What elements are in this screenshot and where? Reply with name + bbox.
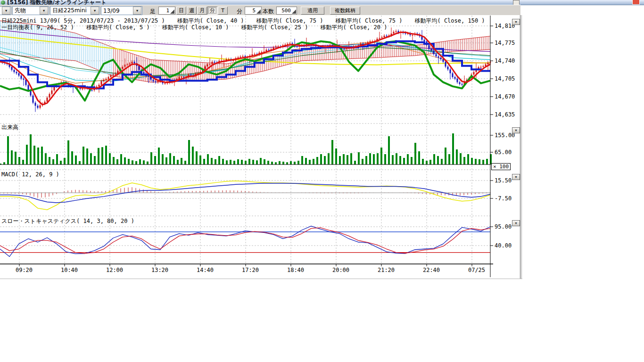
legend-item: 移動平均( Close, 25 )	[241, 24, 308, 32]
window-right-border	[520, 15, 520, 279]
minute-spinner[interactable]: 5	[245, 7, 262, 15]
time-axis-label: 09:20	[14, 267, 34, 273]
chevron-down-icon[interactable]: ▼	[133, 7, 141, 15]
price-axis-label: 14,740	[495, 58, 515, 64]
toolbar: ▼ 先物▼ 日経225mini▼ 13/09▼ 足 1 分 5 本数 500 適…	[0, 5, 520, 16]
ashi-label: 足	[150, 8, 156, 16]
period-button-2[interactable]: 週	[187, 7, 197, 15]
time-axis-label: 07/25	[466, 267, 487, 273]
symbol-combo[interactable]: 日経225mini▼	[50, 6, 100, 15]
time-axis-label: 14:40	[195, 267, 215, 273]
chevron-down-icon[interactable]: ▼	[40, 7, 48, 15]
spin-dial-icon[interactable]	[170, 9, 174, 14]
count-label: 本数	[263, 8, 274, 16]
period-button-4[interactable]: 分	[207, 7, 217, 15]
stoch-axis-label: 40.00	[495, 242, 512, 249]
ashi-spinner[interactable]: 1	[158, 7, 175, 15]
time-axis-label: 13:20	[149, 267, 170, 273]
chevron-down-icon[interactable]: ▼	[91, 7, 99, 15]
pane-settings-dropdown[interactable]: ▼	[512, 19, 520, 25]
volume-axis-label: 65.00	[495, 149, 512, 156]
price-axis-label: 14,705	[495, 75, 515, 82]
legend-item: 移動平均( Close, 5 )	[86, 24, 150, 32]
stoch-axis-label: 95.00	[495, 223, 512, 230]
time-axis-label: 10:40	[59, 267, 80, 273]
pane-settings-dropdown[interactable]: ▼	[512, 127, 520, 133]
legend-item: 移動平均( Close, 10 )	[162, 24, 229, 32]
chart-canvas[interactable]	[0, 15, 522, 279]
minute-label: 分	[237, 8, 242, 16]
time-axis-label: 12:00	[104, 267, 125, 273]
macd-axis-label: -7.50	[495, 195, 512, 202]
time-axis-label: 17:20	[240, 267, 261, 273]
macd-axis-label: 15.50	[495, 177, 512, 184]
spin-dial-icon[interactable]	[256, 9, 261, 14]
app-icon	[1, 0, 5, 5]
left-combo-fragment[interactable]: ▼	[0, 6, 11, 15]
volume-pane-label: 出来高	[1, 123, 18, 132]
spin-dial-icon[interactable]	[292, 9, 296, 14]
window-right-border	[521, 15, 522, 279]
macd-pane-label: MACD( 12, 26, 9 )	[1, 171, 59, 178]
chart-panel: 日経225mini 13/09( 5分, 2013/07/23 - 2013/0…	[0, 15, 522, 279]
pane-settings-dropdown[interactable]: ▼	[512, 220, 520, 226]
legend-item: 移動平均( Close, 150 )	[414, 17, 485, 25]
period-button-1[interactable]: 日	[176, 7, 186, 15]
price-axis-label: 14,670	[495, 93, 515, 100]
contract-combo[interactable]: 13/09▼	[101, 6, 142, 15]
legend-item: 移動平均( Close, 20 )	[320, 24, 387, 32]
stoch-pane-label: スロー・ストキャスティクス( 14, 3, 80, 20 )	[1, 217, 134, 225]
symbol-type-combo[interactable]: 先物▼	[12, 6, 49, 15]
period-button-5[interactable]: T	[218, 7, 228, 15]
close-icon[interactable]	[632, 0, 640, 5]
period-button-3[interactable]: 月	[197, 7, 207, 15]
price-axis-label: 14,775	[495, 40, 515, 46]
pane-settings-dropdown[interactable]: ▼	[512, 174, 520, 180]
legend-item: 一目均衡表( 9, 26, 52 )	[1, 24, 74, 32]
time-axis-label: 18:40	[285, 267, 306, 273]
legend-row-2: 一目均衡表( 9, 26, 52 )移動平均( Close, 5 )移動平均( …	[1, 24, 387, 32]
time-axis-label: 22:40	[421, 267, 442, 273]
time-axis-label: 20:00	[330, 267, 351, 273]
volume-multiplier: × 100	[491, 163, 511, 170]
apply-button[interactable]: 適用	[301, 7, 324, 15]
count-spinner[interactable]: 500	[276, 7, 297, 15]
multi-symbol-button[interactable]: 複数銘柄	[330, 7, 360, 15]
chevron-down-icon[interactable]: ▼	[2, 7, 10, 15]
time-axis-label: 21:20	[376, 267, 396, 273]
price-axis-label: 14,635	[495, 111, 515, 118]
